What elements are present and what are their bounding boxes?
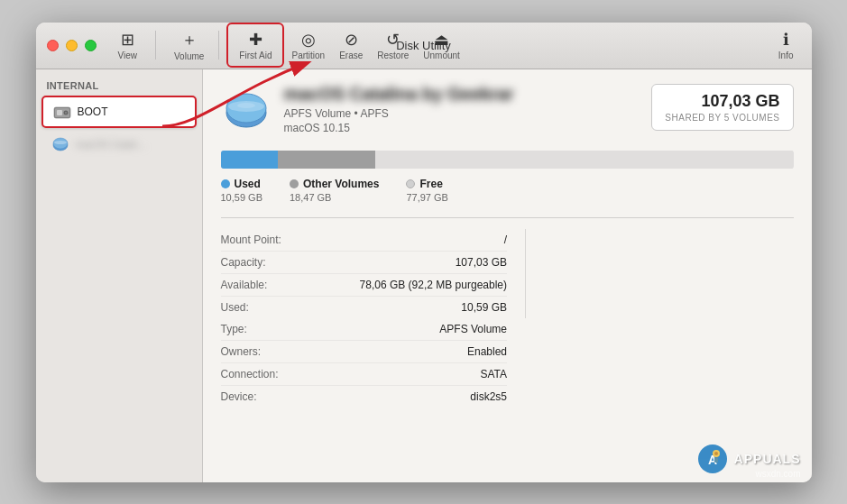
unmount-label: Unmount xyxy=(423,50,460,60)
titlebar: ⊞ View ＋ Volume ✚ First Aid ◎ Partition … xyxy=(36,23,812,69)
legend-other: Other Volumes 18,47 GB xyxy=(290,178,379,203)
watermark-site: wsxdn.com xyxy=(755,469,800,479)
sidebar: Internal BOOT macOS Catal xyxy=(36,69,203,482)
detail-value: SATA xyxy=(480,368,507,380)
volume-name: macOS Catalina by Geekrar xyxy=(284,84,652,105)
detail-row: Available:78,06 GB (92,2 MB purgeable) xyxy=(221,274,508,297)
sidebar-item-macos-label: macOS Catali… xyxy=(76,139,147,150)
separator-1 xyxy=(155,31,156,60)
detail-label: Available: xyxy=(221,279,268,291)
volume-icon: ＋ xyxy=(181,29,198,50)
detail-value: 78,06 GB (92,2 MB purgeable) xyxy=(360,279,507,291)
svg-point-11 xyxy=(237,103,255,108)
other-dot xyxy=(290,179,299,188)
volume-subtitle: APFS Volume • APFS xyxy=(284,107,652,120)
erase-button[interactable]: ⊘ Erase xyxy=(332,26,370,64)
minimize-button[interactable] xyxy=(66,40,78,51)
svg-rect-2 xyxy=(57,110,62,115)
close-button[interactable] xyxy=(47,40,59,51)
volume-size-shared: SHARED BY 5 VOLUMES xyxy=(665,113,779,123)
sidebar-section-internal: Internal xyxy=(36,77,202,95)
other-legend-label: Other Volumes xyxy=(303,178,379,190)
view-button[interactable]: ⊞ View xyxy=(111,26,145,64)
svg-point-16 xyxy=(714,452,718,455)
first-aid-label: First Aid xyxy=(239,50,272,60)
view-icon: ⊞ xyxy=(121,30,134,50)
free-dot xyxy=(406,179,415,188)
sidebar-item-macos[interactable]: macOS Catali… xyxy=(41,130,197,159)
detail-row: Type:APFS Volume xyxy=(221,318,508,341)
erase-icon: ⊘ xyxy=(345,30,358,50)
view-label: View xyxy=(118,50,138,60)
detail-label: Mount Point: xyxy=(221,234,281,246)
detail-label: Capacity: xyxy=(221,256,266,269)
detail-label: Used: xyxy=(221,301,249,314)
volume-info: macOS Catalina by Geekrar APFS Volume • … xyxy=(284,84,652,134)
used-dot xyxy=(221,179,230,188)
first-aid-button[interactable]: ✚ First Aid xyxy=(232,26,279,64)
usage-bar xyxy=(221,151,794,169)
fullscreen-button[interactable] xyxy=(85,40,97,51)
window-title: Disk Utility xyxy=(396,39,451,52)
partition-icon: ◎ xyxy=(301,30,316,50)
detail-value: / xyxy=(504,234,507,246)
detail-label: Device: xyxy=(221,390,257,403)
other-legend-value: 18,47 GB xyxy=(290,192,331,203)
macos-disk-icon xyxy=(51,134,70,154)
restore-label: Restore xyxy=(377,50,409,60)
free-legend-value: 77,97 GB xyxy=(406,192,447,203)
detail-row: Mount Point:/ xyxy=(221,229,508,252)
used-segment xyxy=(221,151,279,169)
svg-point-4 xyxy=(65,112,67,114)
usage-bar-section: Used 10,59 GB Other Volumes 18,47 GB xyxy=(221,151,794,203)
used-legend-value: 10,59 GB xyxy=(221,192,262,203)
detail-row: Capacity:107,03 GB xyxy=(221,252,508,274)
detail-row: Used:10,59 GB xyxy=(221,297,508,318)
toolbar-left: ⊞ View ＋ Volume xyxy=(111,25,212,65)
first-aid-highlight-box: ✚ First Aid xyxy=(226,23,284,68)
legend-free: Free 77,97 GB xyxy=(406,178,447,203)
detail-value: 107,03 GB xyxy=(456,256,507,269)
other-segment xyxy=(278,151,375,169)
used-legend-label: Used xyxy=(235,178,261,190)
details-col-left: Mount Point:/Capacity:107,03 GBAvailable… xyxy=(221,229,508,318)
detail-row: Owners:Enabled xyxy=(221,341,508,363)
legend-used: Used 10,59 GB xyxy=(221,178,262,203)
volume-disk-icon xyxy=(221,84,272,134)
volume-size-box: 107,03 GB SHARED BY 5 VOLUMES xyxy=(651,84,793,131)
svg-point-7 xyxy=(54,141,67,144)
volume-os: macOS 10.15 xyxy=(284,122,652,134)
erase-label: Erase xyxy=(339,50,363,60)
boot-disk-icon xyxy=(52,102,72,122)
detail-label: Owners: xyxy=(221,345,262,358)
appuals-logo: A xyxy=(696,443,729,475)
toolbar-right: ℹ Info xyxy=(771,26,801,64)
main-content: Internal BOOT macOS Catal xyxy=(36,69,812,482)
volume-header: macOS Catalina by Geekrar APFS Volume • … xyxy=(221,84,794,134)
details-divider xyxy=(221,217,794,218)
partition-label: Partition xyxy=(291,50,325,60)
free-legend-label: Free xyxy=(419,178,442,190)
detail-row: Connection:SATA xyxy=(221,363,508,386)
volume-button[interactable]: ＋ Volume xyxy=(167,25,211,65)
first-aid-icon: ✚ xyxy=(249,30,262,50)
disk-utility-window: ⊞ View ＋ Volume ✚ First Aid ◎ Partition … xyxy=(36,23,812,482)
details-grid: Mount Point:/Capacity:107,03 GBAvailable… xyxy=(221,229,794,408)
info-button[interactable]: ℹ Info xyxy=(771,26,801,64)
details-col-right: Type:APFS VolumeOwners:EnabledConnection… xyxy=(221,318,508,408)
separator-2 xyxy=(218,31,219,60)
content-area: macOS Catalina by Geekrar APFS Volume • … xyxy=(203,69,812,482)
detail-label: Type: xyxy=(221,323,247,335)
volume-label: Volume xyxy=(174,51,204,61)
partition-button[interactable]: ◎ Partition xyxy=(284,26,332,64)
detail-label: Connection: xyxy=(221,368,279,380)
info-icon: ℹ xyxy=(783,30,789,50)
free-segment xyxy=(375,151,794,169)
detail-value: APFS Volume xyxy=(439,323,507,335)
sidebar-item-boot[interactable]: BOOT xyxy=(41,96,197,128)
usage-legend: Used 10,59 GB Other Volumes 18,47 GB xyxy=(221,178,794,203)
detail-value: Enabled xyxy=(467,345,507,358)
svg-rect-17 xyxy=(714,457,718,463)
watermark-label: APPUALS xyxy=(734,452,801,466)
col-divider xyxy=(525,229,526,318)
